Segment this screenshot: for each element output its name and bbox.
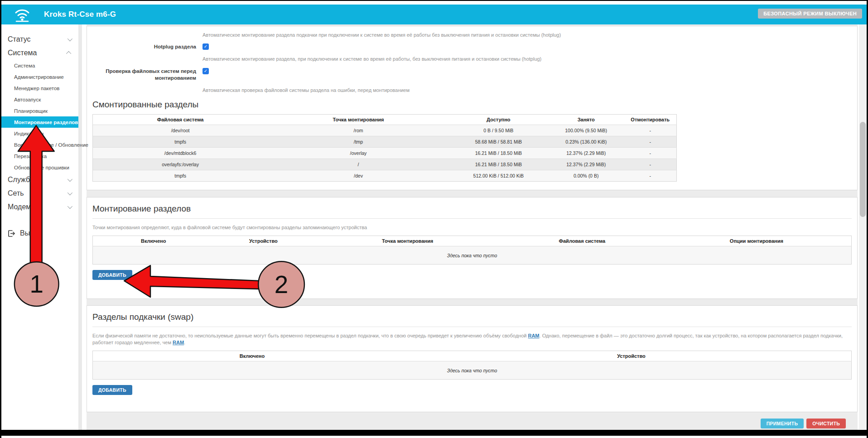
cell-filesystem: /dev/root — [93, 125, 268, 136]
sidebar-item-system[interactable]: Система — [1, 46, 78, 60]
empty-placeholder: Здесь пока что пусто — [93, 361, 852, 380]
cell-used: 100.00% (9.50 MiB) — [548, 125, 624, 136]
mounted-section-title: Смонтированные разделы — [92, 100, 852, 110]
mount-points-description: Точки монтирования определяют, куда в фа… — [92, 224, 852, 231]
sidebar-item-backup-restore[interactable]: Восстановление / Обновление — [1, 139, 78, 150]
chevron-down-icon — [68, 177, 72, 182]
app-header: Kroks Rt-Cse m6-G БЕЗОПАСНЫЙ РЕЖИМ ВЫКЛЮ… — [1, 5, 867, 24]
logout-icon — [8, 230, 15, 237]
cell-available: 58.68 MiB / 58.81 MiB — [449, 136, 548, 148]
column-header: Отмонтировать — [624, 115, 676, 125]
sidebar: Статус Система Система Администрирование… — [1, 24, 78, 430]
hotplug-option-row: Hotplug раздела ✓ — [92, 43, 852, 50]
logout-button[interactable]: Выйти — [1, 226, 78, 240]
sidebar-item-administration[interactable]: Администрирование — [1, 71, 78, 82]
swap-description-text: Если физической памяти не достаточно, то… — [92, 333, 528, 338]
sidebar-item-leds[interactable]: Индикаторы — [1, 128, 78, 139]
cell-mountpoint: /rom — [268, 125, 449, 136]
mount-points-table: Включено Устройство Точка монтирования Ф… — [92, 236, 852, 265]
sidebar-item-mount-points[interactable]: Монтирование разделов — [1, 116, 78, 128]
column-header: Файловая система — [502, 236, 662, 246]
empty-row: Здесь пока что пусто — [93, 361, 852, 380]
add-mount-point-button[interactable]: ДОБАВИТЬ — [92, 270, 132, 280]
cell-mountpoint: / — [268, 159, 449, 170]
footer-actions: ПРИМЕНИТЬ ОЧИСТИТЬ — [761, 419, 846, 428]
column-header: Включено — [93, 351, 412, 361]
safe-mode-badge: БЕЗОПАСНЫЙ РЕЖИМ ВЫКЛЮЧЕН — [758, 9, 862, 19]
option-description-row: Автоматическая проверка файловой системы… — [92, 87, 852, 93]
ram-link[interactable]: RAM — [528, 333, 539, 338]
scrollbar-track[interactable] — [859, 24, 867, 429]
mount-points-panel: Монтирование разделов Точки монтирования… — [87, 197, 858, 299]
clear-button[interactable]: ОЧИСТИТЬ — [806, 419, 846, 428]
chevron-up-icon — [66, 51, 71, 56]
ram-link[interactable]: RAM — [173, 340, 184, 345]
column-header: Точка монтирования — [268, 115, 449, 125]
option-description: Автоматическое монтирование раздела подк… — [203, 32, 852, 38]
column-header: Устройство — [411, 351, 852, 361]
cell-used: 12.37% (2.29 MiB) — [548, 148, 624, 159]
sidebar-item-network[interactable]: Сеть — [1, 187, 78, 200]
add-swap-button[interactable]: ДОБАВИТЬ — [92, 385, 132, 395]
table-header-row: Включено Устройство Точка монтирования Ф… — [93, 236, 852, 246]
sidebar-item-services[interactable]: Службы — [1, 173, 78, 187]
swap-panel: Разделы подкачки (swap) Если физической … — [87, 305, 858, 412]
sidebar-item-scheduler[interactable]: Планировщик — [1, 105, 78, 116]
fsck-option-row: Проверка файловых систем перед монтирова… — [92, 68, 852, 82]
sidebar-item-startup[interactable]: Автозапуск — [1, 94, 78, 105]
column-header: Опции монтирования — [662, 236, 852, 246]
cell-unmount: - — [624, 125, 676, 136]
table-row: tmpfs /tmp 58.68 MiB / 58.81 MiB 0.23% (… — [93, 136, 677, 148]
check-icon: ✓ — [204, 68, 207, 73]
page-title: Kroks Rt-Cse m6-G — [44, 10, 116, 19]
sidebar-item-system-general[interactable]: Система — [1, 60, 78, 71]
cell-filesystem: tmpfs — [93, 136, 268, 148]
cell-mountpoint: /dev — [268, 170, 449, 182]
cell-used: 12.37% (2.29 MiB) — [548, 159, 624, 170]
cell-filesystem: /dev/mtdblock6 — [93, 148, 268, 159]
option-description-row: Автоматическое монтирование раздела подк… — [92, 32, 852, 38]
column-header: Точка монтирования — [313, 236, 502, 246]
sidebar-item-modem[interactable]: Модем — [1, 200, 78, 214]
chevron-down-icon — [68, 36, 72, 41]
cell-unmount: - — [624, 136, 676, 148]
sidebar-item-status[interactable]: Статус — [1, 33, 78, 46]
option-description: Автоматическое монтирование раздела, при… — [203, 56, 852, 62]
mounted-table: Файловая система Точка монтирования Дост… — [92, 114, 677, 182]
cell-available: 512.00 KiB / 512.00 KiB — [449, 170, 548, 182]
column-header: Устройство — [214, 236, 313, 246]
empty-placeholder: Здесь пока что пусто — [93, 246, 852, 265]
swap-table: Включено Устройство Здесь пока что пусто — [92, 351, 852, 380]
cell-unmount: - — [624, 148, 676, 159]
page: Kroks Rt-Cse m6-G БЕЗОПАСНЫЙ РЕЖИМ ВЫКЛЮ… — [0, 0, 868, 438]
option-description-row: Автоматическое монтирование раздела, при… — [92, 56, 852, 62]
fsck-checkbox[interactable]: ✓ — [203, 68, 209, 74]
sidebar-item-label: Система — [8, 49, 37, 57]
sidebar-item-package-manager[interactable]: Менеджер пакетов — [1, 82, 78, 94]
cell-available: 16.21 MiB / 18.50 MiB — [449, 148, 548, 159]
cell-used: 0.00% (0 B) — [548, 170, 624, 182]
table-row: overlayfs:/overlay / 16.21 MiB / 18.50 M… — [93, 159, 677, 170]
table-header-row: Файловая система Точка монтирования Дост… — [93, 115, 677, 125]
wifi-antenna-icon — [13, 7, 31, 22]
hotplug-label: Hotplug раздела — [92, 43, 203, 50]
column-header: Занято — [548, 115, 624, 125]
sidebar-item-label: Статус — [8, 35, 31, 43]
cell-unmount: - — [624, 159, 676, 170]
sidebar-item-reboot[interactable]: Перезагрузка — [1, 150, 78, 162]
sidebar-item-label: Службы — [8, 176, 35, 184]
column-header: Включено — [93, 236, 214, 246]
cell-filesystem: tmpfs — [93, 170, 268, 182]
sidebar-divider — [78, 24, 82, 430]
hotplug-checkbox[interactable]: ✓ — [203, 43, 209, 50]
swap-description: Если физической памяти не достаточно, то… — [92, 332, 847, 346]
scrollbar-thumb[interactable] — [860, 122, 866, 217]
cell-mountpoint: /tmp — [268, 136, 449, 148]
column-header: Файловая система — [93, 115, 268, 125]
apply-button[interactable]: ПРИМЕНИТЬ — [761, 419, 804, 428]
sidebar-item-firmware-update[interactable]: Обновление прошивки — [1, 162, 78, 173]
cell-mountpoint: /overlay — [268, 148, 449, 159]
cell-used: 0.23% (136.00 KiB) — [548, 136, 624, 148]
mount-points-title: Монтирование разделов — [92, 204, 852, 214]
cell-filesystem: overlayfs:/overlay — [93, 159, 268, 170]
